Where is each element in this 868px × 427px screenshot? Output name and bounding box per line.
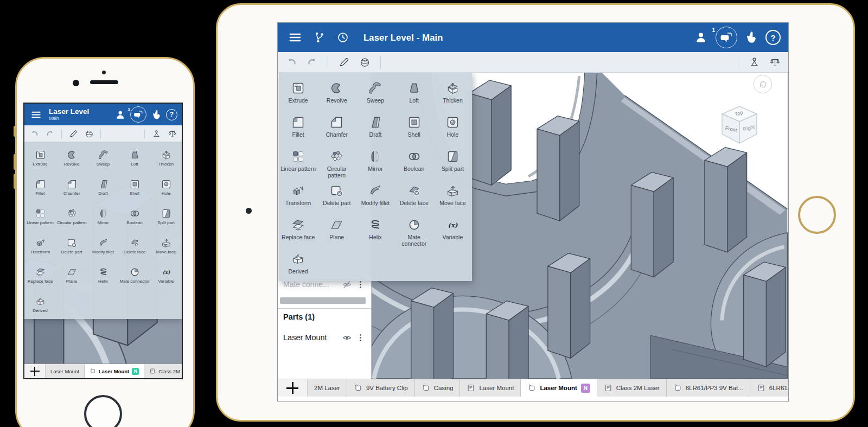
feature-menu-item[interactable]: Hole <box>433 111 472 145</box>
redo-icon[interactable] <box>43 127 56 140</box>
feature-menu-item[interactable]: Mate connector <box>395 214 433 248</box>
feature-menu-item[interactable]: Transform <box>279 180 317 214</box>
feature-menu-item[interactable]: Derived <box>24 292 56 321</box>
comments-icon[interactable] <box>716 27 737 48</box>
feature-menu-item[interactable]: Delete face <box>119 233 150 263</box>
feature-menu-item[interactable]: Boolean <box>119 204 150 233</box>
feature-menu-item[interactable]: Plane <box>56 263 87 292</box>
document-tab[interactable]: 2M Laser <box>308 379 347 397</box>
feature-menu-item[interactable]: Loft <box>395 77 433 111</box>
feature-menu-item[interactable]: Fillet <box>24 175 56 204</box>
overflow-menu-icon[interactable] <box>355 333 366 343</box>
view-cube[interactable]: Top Front Right <box>717 102 762 148</box>
features-icon[interactable] <box>356 54 373 71</box>
document-tab[interactable]: Laser Mount N <box>85 364 144 378</box>
feature-menu-item[interactable]: Replace face <box>24 263 56 292</box>
document-tab[interactable]: Class 2M Laser <box>597 379 667 397</box>
document-tab[interactable]: Casing <box>415 379 461 397</box>
feature-menu-item[interactable]: Sweep <box>87 145 119 175</box>
menu-icon[interactable] <box>29 107 43 122</box>
feature-menu-item[interactable]: Split part <box>150 204 182 233</box>
features-icon[interactable] <box>82 127 95 140</box>
document-tab[interactable]: Laser Mount <box>46 364 85 378</box>
feature-menu-item[interactable]: Circular pattern <box>56 204 87 233</box>
sketch-icon[interactable] <box>67 127 80 140</box>
feature-menu-item[interactable]: Draft <box>356 111 394 145</box>
undo-icon[interactable] <box>283 54 299 71</box>
eye-icon[interactable] <box>342 333 352 343</box>
mass-properties-icon[interactable] <box>767 54 783 71</box>
feature-menu-item[interactable]: Chamfer <box>56 175 87 204</box>
part-list-item[interactable]: Laser Mount <box>278 329 371 346</box>
feature-menu-item[interactable]: Split part <box>433 145 472 180</box>
feature-menu-item[interactable]: Mirror <box>87 204 119 233</box>
feature-menu-item[interactable]: Delete part <box>56 233 87 263</box>
document-tab[interactable]: 6LR61/PP3 9V Bat... <box>667 379 750 397</box>
new-tab-button[interactable] <box>24 364 46 378</box>
feature-menu-item[interactable]: Circular pattern <box>317 145 356 180</box>
document-tab[interactable]: Laser Mount <box>460 379 521 397</box>
redo-icon[interactable] <box>304 54 320 71</box>
tablet-home-button[interactable] <box>798 196 836 234</box>
feature-menu-item[interactable]: Mirror <box>356 145 394 180</box>
feature-menu-item[interactable]: (x) Variable <box>150 263 182 292</box>
draft-icon <box>368 115 382 130</box>
feature-menu-item[interactable]: Modify fillet <box>356 180 394 214</box>
feature-menu-item[interactable]: Thicken <box>433 77 472 111</box>
feature-menu-item[interactable]: Fillet <box>279 111 317 145</box>
help-icon[interactable]: ? <box>765 30 781 45</box>
feature-menu-item[interactable]: Move face <box>150 233 182 263</box>
model-viewport[interactable]: Top Front Right Mate conne... <box>278 73 788 379</box>
model-viewport[interactable]: Extrude Revolve Sweep Loft Thicken Fille… <box>24 142 182 364</box>
feature-menu-item[interactable]: Derived <box>279 248 317 282</box>
undo-icon[interactable] <box>28 127 41 140</box>
feature-menu-item[interactable]: Boolean <box>395 145 433 180</box>
mass-properties-icon[interactable] <box>165 127 178 140</box>
document-tab[interactable]: 6LR61/PP3 9V Bat... <box>750 379 788 397</box>
feature-menu-item[interactable]: Thicken <box>150 145 182 175</box>
feature-menu-item[interactable]: Replace face <box>279 214 317 248</box>
feature-menu-item[interactable]: Sweep <box>356 77 394 111</box>
feature-menu-item[interactable]: Delete face <box>395 180 433 214</box>
versions-icon[interactable] <box>309 28 329 47</box>
measure-icon[interactable] <box>746 54 762 71</box>
touch-mode-icon[interactable] <box>742 28 761 47</box>
comments-icon[interactable] <box>130 106 146 123</box>
sketch-icon[interactable] <box>336 54 352 71</box>
feature-menu-item[interactable]: Revolve <box>317 77 356 111</box>
feature-menu-item[interactable]: Shell <box>395 111 433 145</box>
document-tab[interactable]: 9V Battery Clip <box>347 379 415 397</box>
feature-menu-item[interactable]: Chamfer <box>317 111 356 145</box>
feature-menu-item[interactable]: Modify fillet <box>87 233 119 263</box>
feature-menu-item[interactable]: Move face <box>433 180 472 214</box>
phone-home-button[interactable] <box>84 395 122 427</box>
feature-menu-item[interactable]: Transform <box>24 233 56 263</box>
collaborators-icon[interactable]: 1 <box>113 107 127 122</box>
feature-menu-item[interactable]: Loft <box>119 145 150 175</box>
feature-menu-item[interactable]: Linear pattern <box>24 204 56 233</box>
orbit-button[interactable] <box>754 75 772 93</box>
feature-menu-item[interactable]: Helix <box>356 214 394 248</box>
feature-menu-item[interactable]: Delete part <box>317 180 356 214</box>
collaborators-icon[interactable]: 1 <box>692 28 711 47</box>
feature-menu-item[interactable]: Draft <box>87 175 119 204</box>
feature-menu-item[interactable]: (x) Variable <box>433 214 472 248</box>
help-icon[interactable]: ? <box>166 109 177 120</box>
feature-menu-item[interactable]: Extrude <box>279 77 317 111</box>
document-tab[interactable]: Class 2M Laser <box>144 364 182 378</box>
history-icon[interactable] <box>333 28 353 47</box>
measure-icon[interactable] <box>150 127 163 140</box>
document-tab[interactable]: Laser Mount N <box>521 379 597 397</box>
feature-menu-item[interactable]: Linear pattern <box>279 145 317 180</box>
feature-menu-item[interactable]: Shell <box>119 175 150 204</box>
menu-icon[interactable] <box>285 28 305 47</box>
feature-menu-item[interactable]: Plane <box>317 214 356 248</box>
scrollbar[interactable] <box>280 297 366 304</box>
touch-mode-icon[interactable] <box>149 107 163 122</box>
feature-menu-item[interactable]: Helix <box>87 263 119 292</box>
feature-menu-item[interactable]: Revolve <box>56 145 87 175</box>
new-tab-button[interactable] <box>278 379 308 397</box>
feature-menu-item[interactable]: Mate connector <box>119 263 150 292</box>
feature-menu-item[interactable]: Hole <box>150 175 182 204</box>
feature-menu-item[interactable]: Extrude <box>24 145 56 175</box>
